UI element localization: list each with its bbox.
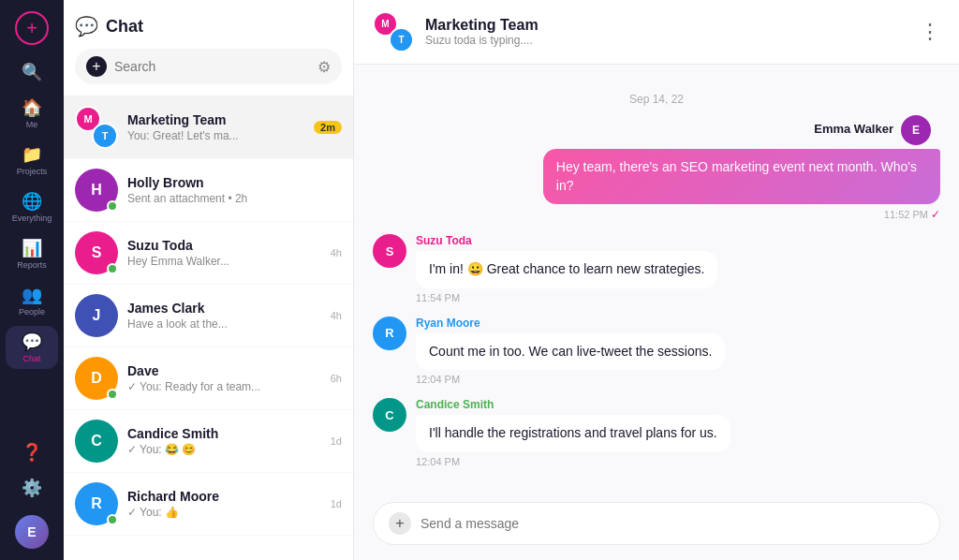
conversation-name: Candice Smith xyxy=(127,426,321,441)
new-chat-button[interactable]: + xyxy=(86,56,107,77)
list-item[interactable]: H Holly Brown Sent an attachment • 2h xyxy=(64,159,353,222)
nav-projects[interactable]: 📁 Projects xyxy=(6,139,58,182)
nav-chat[interactable]: 💬 Chat xyxy=(6,326,58,369)
left-navigation: + 🔍 🏠 Me 📁 Projects 🌐 Everything 📊 Repor… xyxy=(0,0,64,560)
conversation-preview: Have a look at the... xyxy=(127,317,321,331)
chat-input-bar: + xyxy=(354,491,959,560)
conversation-time: 6h xyxy=(331,373,342,384)
message-time: 12:04 PM xyxy=(416,374,725,385)
avatar: J xyxy=(75,294,118,337)
filter-icon[interactable]: ⚙ xyxy=(317,58,331,76)
list-item[interactable]: J James Clark Have a look at the... 4h xyxy=(64,285,353,347)
message-bubble: Hey team, there's an SEO marketing event… xyxy=(543,149,940,204)
unread-badge: 2m xyxy=(314,121,342,134)
list-item[interactable]: M T Marketing Team You: Great! Let's ma.… xyxy=(64,96,353,159)
chat-header-info: Marketing Team Suzu toda is typing.... xyxy=(425,17,908,47)
conversation-info: Candice Smith ✓ You: 😂 😊 xyxy=(127,426,321,456)
sender-avatar: R xyxy=(373,317,406,350)
conversation-preview: You: Great! Let's ma... xyxy=(127,129,304,142)
list-item[interactable]: D Dave ✓ You: Ready for a team... 6h xyxy=(64,347,353,410)
folder-icon: 📁 xyxy=(22,144,42,165)
read-check: ✓ xyxy=(931,208,940,221)
message-row: Emma Walker E Hey team, there's an SEO m… xyxy=(373,115,940,221)
chat-messages: Sep 14, 22 Emma Walker E Hey team, there… xyxy=(354,65,959,491)
conversation-name: Dave xyxy=(127,363,321,378)
nav-reports[interactable]: 📊 Reports xyxy=(6,232,58,275)
avatar: S xyxy=(75,231,118,274)
message-time: 11:54 PM xyxy=(416,292,717,303)
panel-header: 💬 Chat + ⚙ xyxy=(64,0,353,96)
nav-people[interactable]: 👥 People xyxy=(6,279,58,322)
chat-header-avatar: M T xyxy=(373,11,414,52)
conversation-info: Marketing Team You: Great! Let's ma... xyxy=(127,112,304,142)
message-time: 11:52 PM ✓ xyxy=(543,208,940,221)
chat-panel: M T Marketing Team Suzu toda is typing..… xyxy=(354,0,959,560)
conversation-time: 1d xyxy=(331,435,342,447)
message-sender: Emma Walker xyxy=(814,122,893,136)
conversation-name: Holly Brown xyxy=(127,175,342,190)
settings-icon: ⚙️ xyxy=(22,478,42,498)
nav-me[interactable]: 🏠 Me xyxy=(6,92,58,135)
date-divider: Sep 14, 22 xyxy=(373,93,940,106)
conversation-name: James Clark xyxy=(127,301,321,316)
conversation-time: 1d xyxy=(331,498,342,509)
user-avatar[interactable]: E xyxy=(15,515,49,549)
message-content: Candice Smith I'll handle the registrati… xyxy=(416,398,730,467)
nav-everything[interactable]: 🌐 Everything xyxy=(6,185,58,228)
message-bubble: Count me in too. We can live-tweet the s… xyxy=(416,333,725,371)
nav-search[interactable]: 🔍 xyxy=(6,56,58,88)
sender-avatar: S xyxy=(373,234,406,268)
list-item[interactable]: S Suzu Toda Hey Emma Walker... 4h xyxy=(64,222,353,285)
list-item[interactable]: R Richard Moore ✓ You: 👍 1d xyxy=(64,473,353,536)
conversation-name: Suzu Toda xyxy=(127,238,321,253)
conversation-preview: ✓ You: 👍 xyxy=(127,506,321,519)
conversation-preview: Sent an attachment • 2h xyxy=(127,192,342,205)
message-row: R Ryan Moore Count me in too. We can liv… xyxy=(373,317,940,386)
chart-icon: 📊 xyxy=(22,238,42,258)
help-icon: ❓ xyxy=(22,442,42,463)
conversation-list: M T Marketing Team You: Great! Let's ma.… xyxy=(64,96,353,560)
message-row: S Suzu Toda I'm in! 😀 Great chance to le… xyxy=(373,234,940,303)
conversation-meta: 4h xyxy=(331,247,342,258)
conversation-meta: 1d xyxy=(331,435,342,447)
conversation-info: Holly Brown Sent an attachment • 2h xyxy=(127,175,342,205)
list-item[interactable]: C Candice Smith ✓ You: 😂 😊 1d xyxy=(64,410,353,473)
panel-title: 💬 Chat xyxy=(75,15,342,37)
chat-status: Suzu toda is typing.... xyxy=(425,34,908,47)
search-input[interactable] xyxy=(114,59,310,74)
conversation-info: Richard Moore ✓ You: 👍 xyxy=(127,489,321,519)
nav-people-label: People xyxy=(19,307,45,317)
conversation-meta: 4h xyxy=(331,310,342,321)
conversation-preview: Hey Emma Walker... xyxy=(127,255,321,268)
attach-button[interactable]: + xyxy=(389,512,411,535)
chat-icon: 💬 xyxy=(22,332,42,352)
avatar: C xyxy=(75,420,118,463)
chat-name: Marketing Team xyxy=(425,17,908,34)
sender-avatar: E xyxy=(901,115,931,145)
home-icon: 🏠 xyxy=(22,97,42,118)
nav-me-label: Me xyxy=(26,120,38,129)
message-bubble: I'll handle the registrations and travel… xyxy=(416,415,730,452)
message-row: C Candice Smith I'll handle the registra… xyxy=(373,398,940,467)
conversation-info: Dave ✓ You: Ready for a team... xyxy=(127,363,321,393)
avatar: M T xyxy=(75,106,118,149)
conversation-meta: 2m xyxy=(314,121,342,134)
search-icon: 🔍 xyxy=(22,62,42,82)
message-content: Emma Walker E Hey team, there's an SEO m… xyxy=(543,115,940,221)
message-content: Suzu Toda I'm in! 😀 Great chance to lear… xyxy=(416,234,717,303)
message-input[interactable] xyxy=(420,516,924,531)
conversation-info: Suzu Toda Hey Emma Walker... xyxy=(127,238,321,268)
nav-reports-label: Reports xyxy=(17,260,47,270)
globe-icon: 🌐 xyxy=(22,191,42,212)
more-options-button[interactable]: ⋮ xyxy=(920,20,940,44)
nav-settings[interactable]: ⚙️ xyxy=(6,472,58,504)
conversation-time: 4h xyxy=(331,310,342,321)
add-button[interactable]: + xyxy=(15,11,49,45)
conversation-list-panel: 💬 Chat + ⚙ M T Marketing Team You: Great… xyxy=(64,0,354,560)
search-bar: + ⚙ xyxy=(75,49,342,84)
avatar: D xyxy=(75,357,118,400)
chat-header: M T Marketing Team Suzu toda is typing..… xyxy=(354,0,959,65)
sender-avatar: C xyxy=(373,398,406,432)
conversation-preview: ✓ You: Ready for a team... xyxy=(127,380,321,393)
nav-help[interactable]: ❓ xyxy=(6,436,58,468)
